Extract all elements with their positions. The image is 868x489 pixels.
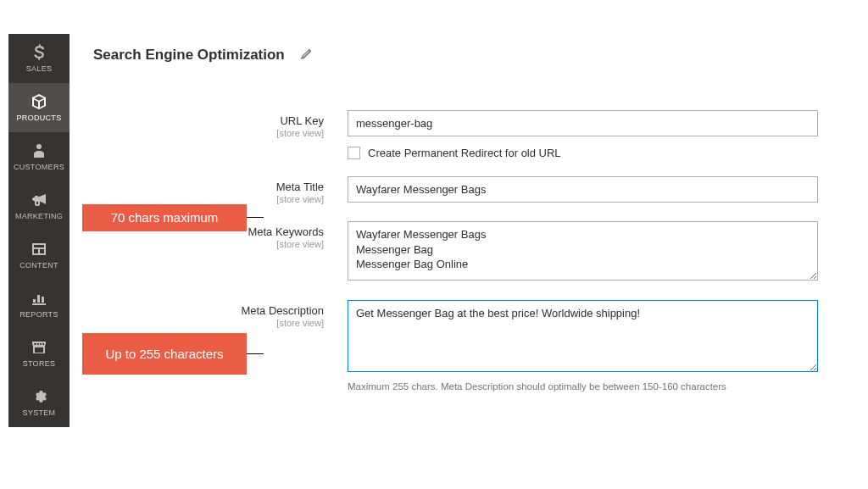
gear-icon — [31, 388, 47, 405]
sidebar-item-sales[interactable]: SALES — [8, 34, 70, 83]
bullhorn-icon — [31, 192, 47, 208]
cube-icon — [31, 93, 47, 110]
field-label: Meta Keywords — [248, 225, 324, 238]
field-row-meta-description: Meta Description [store view] Maximum 25… — [93, 300, 851, 392]
sidebar-item-label: REPORTS — [19, 310, 58, 319]
field-label: Meta Description — [241, 304, 324, 317]
sidebar-item-label: SALES — [26, 64, 53, 73]
store-icon — [31, 339, 47, 356]
meta-description-textarea[interactable] — [348, 300, 818, 372]
dollar-icon — [33, 44, 45, 61]
main-content: 70 chars maximum Up to 255 characters Se… — [93, 47, 851, 408]
callout-connector — [247, 217, 264, 218]
field-row-meta-keywords: Meta Keywords [store view] — [93, 221, 851, 283]
pencil-icon[interactable] — [300, 47, 313, 63]
section-title: Search Engine Optimization — [93, 47, 285, 64]
sidebar-item-label: STORES — [23, 359, 56, 368]
meta-description-hint: Maximum 255 chars. Meta Description shou… — [348, 381, 818, 392]
scope-label: [store view] — [93, 194, 324, 204]
sidebar-item-label: CUSTOMERS — [14, 163, 64, 171]
sidebar-item-marketing[interactable]: MARKETING — [8, 181, 70, 231]
sidebar-item-label: CONTENT — [19, 261, 58, 270]
section-header[interactable]: Search Engine Optimization — [93, 47, 851, 64]
url-key-input[interactable] — [348, 110, 818, 136]
sidebar-item-products[interactable]: PRODUCTS — [8, 83, 70, 132]
meta-title-input[interactable] — [348, 176, 818, 203]
sidebar-item-content[interactable]: CONTENT — [8, 231, 70, 280]
scope-label: [store view] — [93, 239, 324, 249]
person-icon — [33, 142, 45, 159]
sidebar-item-system[interactable]: SYSTEM — [8, 378, 70, 427]
sidebar-item-label: SYSTEM — [23, 408, 56, 417]
scope-label: [store view] — [93, 318, 324, 328]
field-row-meta-title: Meta Title [store view] — [93, 176, 851, 204]
meta-keywords-textarea[interactable] — [348, 221, 818, 281]
layout-icon — [31, 241, 47, 258]
redirect-checkbox-label[interactable]: Create Permanent Redirect for old URL — [368, 147, 561, 159]
sidebar-item-reports[interactable]: REPORTS — [8, 280, 70, 329]
barchart-icon — [31, 290, 47, 307]
sidebar-item-stores[interactable]: STORES — [8, 329, 70, 378]
field-row-url-key: URL Key [store view] Create Permanent Re… — [93, 110, 851, 159]
admin-sidebar: SALES PRODUCTS CUSTOMERS MARKETING CONTE… — [8, 34, 70, 427]
sidebar-item-customers[interactable]: CUSTOMERS — [8, 132, 70, 181]
sidebar-item-label: MARKETING — [15, 212, 63, 220]
redirect-checkbox[interactable] — [348, 147, 360, 159]
field-label: URL Key — [280, 114, 324, 127]
field-label: Meta Title — [276, 181, 324, 193]
scope-label: [store view] — [93, 128, 324, 138]
sidebar-item-label: PRODUCTS — [17, 114, 62, 122]
